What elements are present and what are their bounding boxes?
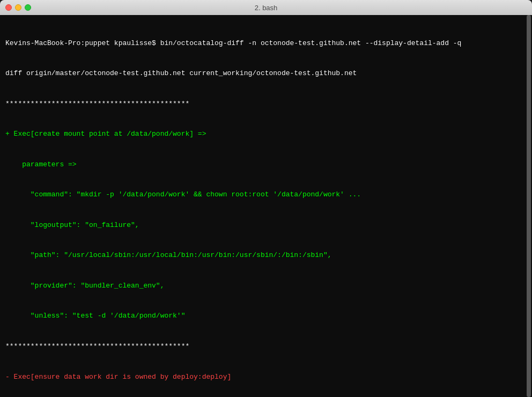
maximize-button[interactable] xyxy=(25,4,31,11)
terminal-line-cmd2: diff origin/master/octonode-test.github.… xyxy=(5,69,520,79)
minimize-button[interactable] xyxy=(15,4,21,11)
terminal-line-unless: "unless": "test -d '/data/pond/work'" xyxy=(5,311,520,321)
terminal-content: Kevins-MacBook-Pro:puppet kpaulisse$ bin… xyxy=(5,18,527,397)
scrollbar-thumb[interactable] xyxy=(527,15,531,397)
terminal-line-sep2: ****************************************… xyxy=(5,342,520,352)
terminal-line-provider: "provider": "bundler_clean_env", xyxy=(5,281,520,291)
terminal-body[interactable]: Kevins-MacBook-Pro:puppet kpaulisse$ bin… xyxy=(0,15,532,397)
close-button[interactable] xyxy=(5,4,12,11)
terminal-line-params1: parameters => xyxy=(5,160,520,170)
traffic-lights xyxy=(5,4,31,11)
terminal-line-path: "path": "/usr/local/sbin:/usr/local/bin:… xyxy=(5,251,520,261)
terminal-line-cmd: Kevins-MacBook-Pro:puppet kpaulisse$ bin… xyxy=(5,39,520,49)
terminal-line-cmd-param: "command": "mkdir -p '/data/pond/work' &… xyxy=(5,190,520,200)
scrollbar[interactable] xyxy=(527,15,531,397)
terminal-line-logout: "logoutput": "on_failure", xyxy=(5,220,520,231)
terminal-line-rem1: - Exec[ensure data work dir is owned by … xyxy=(5,372,520,383)
terminal-line-sep1: ****************************************… xyxy=(5,99,520,109)
terminal-line-add1: + Exec[create mount point at /data/pond/… xyxy=(5,129,520,139)
window-titlebar: 2. bash xyxy=(0,0,532,15)
window-title: 2. bash xyxy=(255,4,278,12)
